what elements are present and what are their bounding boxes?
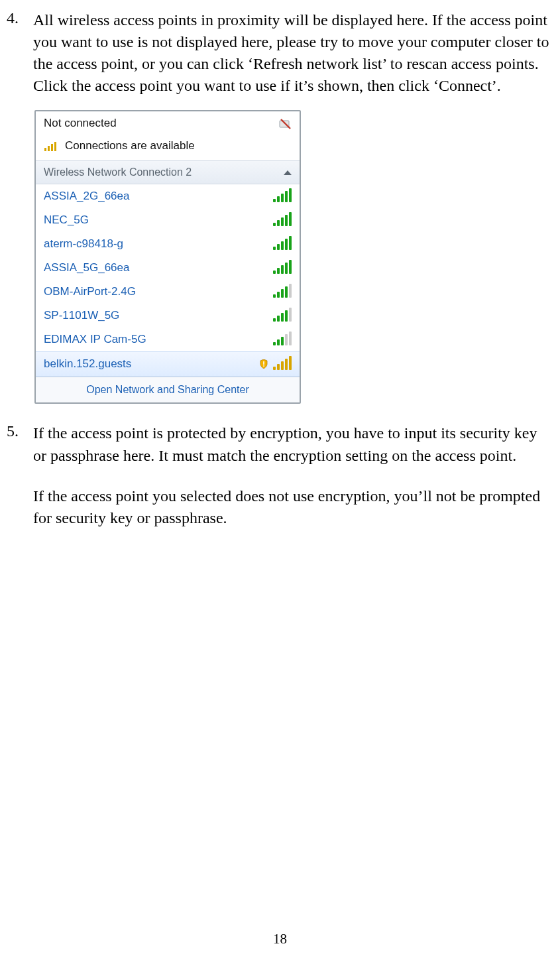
network-item[interactable]: OBM-AirPort-2.4G xyxy=(36,280,300,304)
network-item[interactable]: ASSIA_2G_66ea xyxy=(36,184,300,208)
screenshot-container: Not connected Connections are available … xyxy=(34,110,553,404)
list-text: If the access point is protected by encr… xyxy=(33,422,553,466)
network-name: SP-1101W_5G xyxy=(44,309,119,322)
signal-cell xyxy=(273,333,292,345)
section-header[interactable]: Wireless Network Connection 2 xyxy=(36,160,300,184)
signal-cell xyxy=(273,262,292,274)
signal-icon xyxy=(273,286,292,298)
svg-rect-4 xyxy=(51,144,53,151)
svg-rect-5 xyxy=(54,142,56,151)
page-content: 4. All wireless access points in proximi… xyxy=(0,0,560,529)
network-list: ASSIA_2G_66ea NEC_5G aterm-c98418-g xyxy=(36,184,300,377)
list-item-5: 5. If the access point is protected by e… xyxy=(7,422,553,528)
disconnected-icon xyxy=(278,117,292,130)
network-name: ASSIA_2G_66ea xyxy=(44,190,129,203)
svg-rect-3 xyxy=(48,146,50,151)
open-network-warning-icon xyxy=(260,359,268,369)
signal-cell xyxy=(273,310,292,322)
list-number: 5. xyxy=(7,422,19,440)
wifi-bars-icon xyxy=(44,140,58,152)
network-item[interactable]: aterm-c98418-g xyxy=(36,232,300,256)
svg-rect-6 xyxy=(263,361,264,365)
network-name: belkin.152.guests xyxy=(44,357,131,371)
signal-cell xyxy=(273,238,292,250)
collapse-caret-icon xyxy=(284,170,292,175)
network-name: aterm-c98418-g xyxy=(44,237,123,251)
document-page: 4. All wireless access points in proximi… xyxy=(0,0,560,966)
network-item[interactable]: SP-1101W_5G xyxy=(36,304,300,328)
network-item-selected[interactable]: belkin.152.guests xyxy=(36,351,300,377)
network-name: ASSIA_5G_66ea xyxy=(44,261,129,274)
list-text-secondary: If the access point you selected does no… xyxy=(33,485,553,529)
svg-rect-2 xyxy=(44,148,46,151)
signal-icon xyxy=(273,190,292,202)
network-name: NEC_5G xyxy=(44,213,89,227)
page-number: 18 xyxy=(0,931,560,947)
status-label: Not connected xyxy=(44,117,117,130)
status-row: Not connected xyxy=(36,111,300,135)
signal-icon xyxy=(273,358,292,370)
network-item[interactable]: EDIMAX IP Cam-5G xyxy=(36,328,300,351)
svg-rect-7 xyxy=(263,366,264,367)
network-item[interactable]: NEC_5G xyxy=(36,208,300,232)
signal-cell xyxy=(273,214,292,226)
signal-cell xyxy=(260,358,292,370)
wifi-flyout: Not connected Connections are available … xyxy=(34,110,301,404)
signal-cell xyxy=(273,286,292,298)
available-row: Connections are available xyxy=(36,135,300,160)
list-item-4: 4. All wireless access points in proximi… xyxy=(7,9,553,97)
flyout-footer: Open Network and Sharing Center xyxy=(36,377,300,402)
signal-cell xyxy=(273,190,292,202)
available-label: Connections are available xyxy=(65,139,195,152)
signal-icon xyxy=(273,238,292,250)
network-item[interactable]: ASSIA_5G_66ea xyxy=(36,256,300,280)
signal-icon xyxy=(273,214,292,226)
open-network-center-link[interactable]: Open Network and Sharing Center xyxy=(86,384,249,395)
section-title: Wireless Network Connection 2 xyxy=(44,166,192,178)
signal-icon xyxy=(273,262,292,274)
signal-icon xyxy=(273,310,292,322)
network-name: EDIMAX IP Cam-5G xyxy=(44,333,146,346)
network-name: OBM-AirPort-2.4G xyxy=(44,285,136,298)
list-number: 4. xyxy=(7,9,19,27)
signal-icon xyxy=(273,333,292,345)
list-text: All wireless access points in proximity … xyxy=(33,9,553,97)
